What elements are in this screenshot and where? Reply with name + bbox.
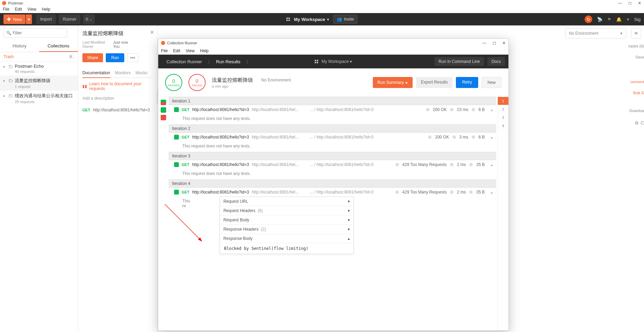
menu-view[interactable]: View [27,7,36,12]
filter-input[interactable] [3,28,67,38]
postman-logo-icon [161,41,165,45]
chevron-right-icon: ▸ [3,94,6,98]
new-run-button[interactable]: New [482,77,502,88]
chevron-up-icon: ▴ [348,236,350,241]
new-button[interactable]: ✚ New [3,14,25,24]
invite-button[interactable]: 👥 Invite [333,15,358,24]
menu-edit[interactable]: Edit [15,7,22,12]
bulk-edit-link[interactable]: Bulk E [633,91,644,95]
close-icon[interactable]: ✕ [502,41,506,45]
examples-link[interactable]: mples (0) [628,44,644,48]
tab-monitors[interactable]: Monitors [115,68,131,77]
open-new-button[interactable]: ⎘ ▾ [83,14,94,24]
iteration-nav-item[interactable]: 1 [498,97,508,105]
iteration-nav-item[interactable]: 3 [498,113,508,122]
collapse-icon[interactable]: ▴ [491,163,493,167]
run-collection-button[interactable]: Run [106,53,124,62]
crumb-run-results[interactable]: Run Results [211,59,245,64]
collection-item[interactable]: ▸ 🗀 流量监控熔断降级 1 request [0,76,78,91]
docs-icon: ▮▮ [82,84,87,89]
learn-doc-link[interactable]: ▮▮ Learn how to document your requests [82,81,153,91]
retry-button[interactable]: Retry [456,77,478,88]
detail-response-body[interactable]: Response Body▴ [220,234,353,243]
environment-select[interactable]: No Environment▾ [565,28,626,38]
interceptor-icon[interactable]: ⚑ [607,17,611,22]
export-results-button[interactable]: Export Results [416,77,452,88]
close-panel-icon[interactable]: ✕ [150,30,154,35]
iteration-nav-item[interactable]: 2 [498,105,508,113]
status-square-icon [174,162,179,167]
satellite-icon[interactable]: 📡 [597,17,602,22]
runner-button[interactable]: Runner [59,14,80,24]
share-button[interactable]: Share [82,53,103,62]
documentation-panel: 流量监控熔断降级 ✕ Last Modified Owner Just now … [78,25,158,332]
minimize-icon[interactable]: — [482,41,486,45]
iteration-request-row[interactable]: GET http://localhost:8081/hello?id=3 htt… [169,160,496,169]
environment-quicklook-button[interactable]: 👁 [631,28,641,38]
save-button[interactable]: Save [635,55,644,59]
signin-link[interactable]: Sig [634,17,641,22]
comments-link[interactable]: omment [630,80,644,84]
close-icon[interactable]: ✕ [638,1,641,5]
thumb-overview[interactable] [161,100,166,105]
run-summary-button[interactable]: Run Summary▸ [373,77,413,88]
run-in-commandline-button[interactable]: Run In Command Line [435,57,484,66]
notifications-icon[interactable]: 🔔 [616,17,622,22]
chevron-down-icon: ▾ [620,31,622,36]
menu-edit[interactable]: Edit [173,48,180,53]
iteration-request-row[interactable]: GET http://localhost:8081/hello?id=3 htt… [169,105,496,114]
detail-request-body[interactable]: Request Body▾ [220,215,353,225]
tab-collections[interactable]: Collections [39,41,78,52]
crumb-collection-runner[interactable]: Collection Runner [162,59,207,64]
app-title: Postman [8,1,23,5]
workspace-selector[interactable]: My Workspace ▾ [322,59,352,64]
trash-link[interactable]: Trash [3,54,14,59]
maximize-icon[interactable]: ◻ [493,41,496,45]
request-entry[interactable]: GET http://localhost:8081/hello?id=3 [82,108,153,112]
sync-icon[interactable]: ↻ [585,15,592,23]
thumb-pass[interactable] [161,107,166,113]
collection-item[interactable]: ▸ 🗀 绩效沟通与结果公示相关接口 29 requests [0,91,78,106]
docs-button[interactable]: Docs [487,57,505,66]
new-dropdown[interactable]: ▾ [26,14,32,24]
workspace-selector[interactable]: My Workspace ▾ [294,17,329,22]
iteration-request-row[interactable]: GET http://localhost:8081/hello?id=3 htt… [169,188,496,197]
tab-documentation[interactable]: Documentation [82,68,110,78]
detail-response-headers[interactable]: Response Headers (2)▾ [220,225,353,234]
menu-file[interactable]: File [3,7,9,12]
status-square-icon [174,135,179,140]
sidebar: 🔍 History Collections Trash ⎘₊ ▸ 🗀 Postm… [0,25,78,332]
heart-icon[interactable]: ♥ [626,17,629,22]
collection-item[interactable]: ▸ 🗀 Postman Echo 40 requests [0,62,78,76]
collapse-icon[interactable]: ▴ [491,135,493,139]
collapse-icon[interactable]: ▴ [491,190,493,194]
passed-counter: 0 PASSED [165,74,182,91]
add-description-link[interactable]: Add a description [82,96,153,101]
thumb-fail[interactable] [161,115,166,120]
workspace-grid-icon [286,18,290,21]
chevron-down-icon: ▾ [348,227,350,232]
chevron-down-icon: ▾ [348,199,350,204]
tab-history[interactable]: History [0,41,39,52]
detail-request-url[interactable]: Request URL▾ [220,197,353,206]
search-icon: 🔍 [6,31,11,35]
menu-view[interactable]: View [186,48,195,53]
new-collection-icon[interactable]: ⎘₊ [70,54,74,59]
copy-icon[interactable]: ⧉ C [635,120,644,126]
folder-icon: 🗀 [8,78,13,83]
collapse-icon[interactable]: ▴ [491,108,493,112]
menu-help[interactable]: Help [42,7,50,12]
iteration-nav-item[interactable]: 4 [498,122,508,130]
status-dot-icon [472,108,475,111]
menu-help[interactable]: Help [200,48,209,53]
import-button[interactable]: Import [36,14,56,24]
menu-file[interactable]: File [161,48,168,53]
download-link[interactable]: Downloa [629,109,644,113]
postman-logo-icon [2,1,6,5]
iteration-request-row[interactable]: GET http://localhost:8081/hello?id=3 htt… [169,133,496,142]
minimize-icon[interactable]: — [618,1,622,5]
maximize-icon[interactable]: ◻ [628,1,632,5]
tab-mocks[interactable]: Mocks [136,68,148,77]
more-actions-button[interactable]: ••• [127,53,138,62]
detail-request-headers[interactable]: Request Headers (6)▾ [220,206,353,215]
